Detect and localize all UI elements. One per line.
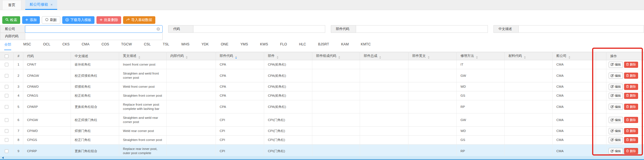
search-button[interactable]: 检索: [2, 16, 20, 24]
row-checkbox[interactable]: [5, 63, 8, 66]
edit-button[interactable]: 编辑: [609, 117, 623, 123]
column-header-11[interactable]: 修理方法: [456, 52, 504, 60]
column-header-8[interactable]: 部件组成代码: [312, 52, 360, 60]
share-arrow-icon: [126, 18, 130, 22]
filter-tab-whs[interactable]: WHS: [181, 42, 190, 50]
batch-delete-button[interactable]: 批量删除: [96, 16, 121, 24]
internal-code-input[interactable]: [25, 33, 163, 40]
sort-arrows-icon[interactable]: [428, 56, 430, 59]
filter-tab-tsl[interactable]: TSL: [163, 42, 169, 50]
edit-button[interactable]: 编辑: [609, 84, 623, 90]
cell-part: CPA(前角柱): [264, 100, 312, 113]
cell-assembly: [360, 145, 408, 158]
import-base-data-button[interactable]: 导入基础数据: [123, 16, 155, 24]
sort-arrows-icon[interactable]: [235, 56, 237, 59]
edit-button[interactable]: 编辑: [609, 137, 623, 143]
add-button[interactable]: 添加: [22, 16, 40, 24]
tab-home[interactable]: 首页: [2, 0, 21, 10]
sort-arrows-icon[interactable]: [524, 56, 526, 59]
filter-tab-tgcw[interactable]: TGCW: [121, 42, 132, 50]
refresh-button[interactable]: 刷新: [42, 16, 60, 24]
edit-button[interactable]: 编辑: [609, 128, 623, 134]
code-input[interactable]: [193, 25, 325, 33]
filter-tab-one[interactable]: ONE: [221, 42, 228, 50]
cell-assembly-code: [312, 127, 360, 136]
edit-button[interactable]: 编辑: [609, 73, 623, 79]
column-header-10[interactable]: 部件英文: [408, 52, 456, 60]
row-checkbox[interactable]: [5, 149, 8, 153]
sort-arrows-icon[interactable]: [139, 56, 140, 59]
column-header-6[interactable]: 部件代码: [216, 52, 264, 60]
column-header-13[interactable]: 船公司: [552, 52, 596, 60]
filter-tab-kam[interactable]: KAM: [341, 42, 349, 50]
delete-button[interactable]: 删除: [624, 62, 638, 68]
filter-tab-flo[interactable]: FLO: [280, 42, 287, 50]
column-header-9[interactable]: 部件总成: [360, 52, 408, 60]
sort-arrows-icon[interactable]: [379, 56, 381, 59]
filter-tab-yms[interactable]: YMS: [240, 42, 248, 50]
select-all-checkbox[interactable]: [5, 54, 8, 58]
part-code-input[interactable]: [356, 25, 488, 33]
filter-tab-hlc[interactable]: HLC: [299, 42, 306, 50]
row-checkbox[interactable]: [5, 74, 8, 78]
filter-tab-all[interactable]: 全部: [4, 42, 11, 50]
column-header-12[interactable]: 材料代码: [504, 52, 552, 60]
cell-spacer: [596, 60, 606, 69]
delete-button[interactable]: 删除: [624, 84, 638, 90]
delete-button[interactable]: 删除: [624, 104, 638, 110]
scroll-left-arrow-icon[interactable]: [2, 157, 4, 159]
cell-repair: RP: [456, 100, 504, 113]
trash-icon: [626, 138, 629, 142]
row-checkbox[interactable]: [5, 94, 8, 98]
filter-tab-cks[interactable]: CKS: [62, 42, 70, 50]
sort-arrows-icon[interactable]: [338, 56, 340, 59]
delete-button[interactable]: 删除: [624, 148, 638, 154]
row-checkbox[interactable]: [5, 85, 8, 89]
row-checkbox[interactable]: [5, 138, 8, 142]
sort-arrows-icon[interactable]: [476, 56, 478, 59]
delete-button[interactable]: 删除: [624, 128, 638, 134]
company-input[interactable]: [25, 25, 163, 33]
filter-tab-kws[interactable]: KWS: [260, 42, 268, 50]
filter-tab-csl[interactable]: CSL: [144, 42, 151, 50]
download-template-button[interactable]: 下载导入模板: [62, 16, 94, 24]
filter-tabs: 全部MSCOCLCKSCMACOSTGCWCSLTSLWHSYDKONEYMSK…: [0, 42, 644, 50]
row-checkbox[interactable]: [5, 105, 8, 109]
filter-tab-cos[interactable]: COS: [101, 42, 109, 50]
sort-arrows-icon[interactable]: [569, 56, 570, 59]
cell-assembly: [360, 82, 408, 91]
cell-actions: 编辑删除: [606, 113, 644, 127]
column-header-label: 中文描述: [75, 54, 88, 58]
row-checkbox[interactable]: [5, 129, 8, 133]
edit-icon: [611, 63, 614, 66]
delete-button[interactable]: 删除: [624, 117, 638, 123]
filter-tab-cma[interactable]: CMA: [82, 42, 89, 50]
filter-tab-msc[interactable]: MSC: [23, 42, 31, 50]
clear-input-icon[interactable]: [156, 27, 160, 31]
edit-button[interactable]: 编辑: [609, 148, 623, 154]
column-header-7[interactable]: 部件: [264, 52, 312, 60]
horizontal-scrollbar[interactable]: [0, 156, 644, 160]
edit-button[interactable]: 编辑: [609, 104, 623, 110]
sort-arrows-icon[interactable]: [277, 56, 278, 59]
column-header-label: 英文描述: [123, 54, 137, 58]
edit-button[interactable]: 编辑: [609, 93, 623, 99]
delete-button[interactable]: 删除: [624, 137, 638, 143]
tab-ship-company-repair[interactable]: 船公司修箱 ×: [25, 0, 57, 10]
filter-tab-kmtc[interactable]: KMTC: [361, 42, 371, 50]
cell-actions: 编辑删除: [606, 136, 644, 145]
row-checkbox[interactable]: [5, 118, 8, 122]
tab-close-icon[interactable]: ×: [50, 3, 53, 7]
cn-desc-input[interactable]: [518, 25, 644, 33]
edit-button[interactable]: 编辑: [609, 62, 623, 68]
filter-tab-ocl[interactable]: OCL: [43, 42, 50, 50]
cell-code: CPIGS: [23, 136, 71, 145]
sort-arrows-icon[interactable]: [186, 56, 188, 59]
cell-assembly-code: [312, 91, 360, 100]
delete-button[interactable]: 删除: [624, 93, 638, 99]
filter-tab-bjsrt[interactable]: BJSRT: [318, 42, 329, 50]
column-header-5[interactable]: 内部代码: [166, 52, 216, 60]
column-header-4[interactable]: 英文描述: [119, 52, 166, 60]
delete-button[interactable]: 删除: [624, 73, 638, 79]
filter-tab-ydk[interactable]: YDK: [202, 42, 209, 50]
